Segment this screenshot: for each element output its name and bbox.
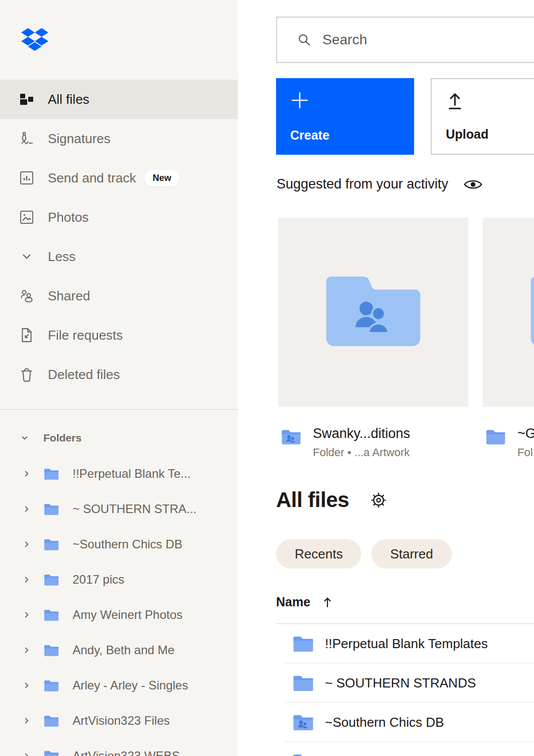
folders-header-label: Folders bbox=[43, 432, 82, 444]
sidebar-folder-row[interactable]: Amy Weinert Photos bbox=[0, 597, 238, 633]
suggested-title: Suggested from your activity bbox=[277, 176, 448, 192]
sidebar-item-all-files[interactable]: All files bbox=[0, 80, 238, 119]
create-button[interactable]: Create bbox=[276, 78, 414, 155]
folders-section-toggle[interactable]: Folders bbox=[0, 423, 238, 453]
sidebar-folder-tree: !!Perpetual Blank Te... ~ SOUTHERN STRA.… bbox=[0, 456, 238, 756]
sidebar-item-label: Less bbox=[48, 249, 76, 265]
search-input[interactable] bbox=[322, 32, 514, 48]
sidebar-folder-label: Amy Weinert Photos bbox=[73, 608, 182, 622]
sidebar-item-label: File requests bbox=[48, 328, 123, 343]
sidebar-folder-label: ~Southern Chics DB bbox=[73, 537, 182, 551]
shared-folder-icon bbox=[281, 428, 302, 446]
sidebar-item-photos[interactable]: Photos bbox=[0, 198, 238, 237]
suggested-cards: Swanky...ditions Folder • ...a Artwork bbox=[278, 218, 534, 459]
suggested-card-meta: Folder • ...a Artwork bbox=[313, 446, 410, 459]
plus-icon bbox=[290, 91, 309, 110]
folder-icon bbox=[43, 714, 59, 728]
sidebar-folder-label: Arley - Arley - Singles bbox=[73, 678, 188, 692]
new-badge: New bbox=[144, 170, 180, 186]
dropbox-logo[interactable] bbox=[21, 28, 48, 52]
chevron-right-icon[interactable] bbox=[22, 505, 31, 514]
chevron-right-icon[interactable] bbox=[22, 540, 31, 549]
chevron-down-icon bbox=[19, 249, 34, 264]
upload-button[interactable]: Upload bbox=[431, 78, 534, 155]
page-title: All files bbox=[276, 488, 349, 512]
sidebar-item-file-requests[interactable]: File requests bbox=[0, 316, 238, 355]
chevron-right-icon[interactable] bbox=[22, 681, 31, 690]
sidebar-divider bbox=[0, 409, 238, 410]
folder-icon bbox=[43, 467, 59, 481]
column-name-label: Name bbox=[276, 595, 310, 609]
chevron-right-icon[interactable] bbox=[22, 610, 31, 619]
sidebar-item-shared[interactable]: Shared bbox=[0, 276, 238, 316]
chevron-right-icon[interactable] bbox=[22, 469, 31, 478]
eye-icon[interactable] bbox=[463, 177, 483, 192]
dropbox-app: All files Signatures bbox=[0, 0, 534, 756]
shared-folder-large-icon bbox=[321, 267, 425, 351]
suggested-card-caption: ~G Fol bbox=[483, 426, 534, 459]
filter-recents[interactable]: Recents bbox=[276, 539, 361, 569]
folder-icon bbox=[43, 573, 59, 587]
folder-preview bbox=[483, 218, 534, 407]
chevron-right-icon[interactable] bbox=[22, 646, 31, 655]
sidebar-folder-row[interactable]: ~ SOUTHERN STRA... bbox=[0, 491, 238, 527]
shared-folder-preview bbox=[278, 218, 469, 407]
chevron-right-icon[interactable] bbox=[22, 716, 31, 725]
sidebar-folder-label: ArtVision323 Files bbox=[73, 714, 170, 728]
upload-icon bbox=[446, 92, 464, 111]
sidebar-folder-label: ~ SOUTHERN STRA... bbox=[73, 502, 196, 516]
sidebar-folder-row[interactable]: ArtVision323 WEBS bbox=[0, 738, 238, 756]
filter-starred[interactable]: Starred bbox=[371, 539, 451, 569]
sidebar-item-deleted-files[interactable]: Deleted files bbox=[0, 355, 238, 394]
sidebar-folder-label: ArtVision323 WEBS bbox=[73, 749, 180, 756]
chevron-right-icon[interactable] bbox=[22, 575, 31, 584]
file-list: !!Perpetual Blank Templates ~ SOUTHERN S… bbox=[276, 623, 534, 756]
suggested-card-meta: Fol bbox=[517, 446, 534, 459]
column-header-name[interactable]: Name bbox=[276, 595, 332, 609]
folder-icon bbox=[43, 644, 59, 657]
sidebar-folder-label: !!Perpetual Blank Te... bbox=[73, 467, 190, 481]
file-name: !!Perpetual Blank Templates bbox=[325, 636, 488, 652]
signature-icon bbox=[19, 131, 34, 146]
file-row[interactable]: ~Southern Chics DB bbox=[276, 703, 534, 742]
filter-pills: Recents Starred bbox=[276, 539, 452, 569]
suggested-card-caption: Swanky...ditions Folder • ...a Artwork bbox=[278, 426, 469, 459]
suggested-card[interactable]: Swanky...ditions Folder • ...a Artwork bbox=[278, 218, 469, 459]
shared-folder-icon bbox=[292, 713, 314, 732]
sidebar-item-label: Deleted files bbox=[48, 367, 120, 383]
file-request-icon bbox=[19, 328, 34, 343]
chart-icon bbox=[19, 170, 34, 185]
file-name: ~Southern Chics DB bbox=[325, 715, 444, 730]
folder-icon bbox=[485, 428, 506, 446]
file-row[interactable] bbox=[276, 742, 534, 756]
sidebar-item-signatures[interactable]: Signatures bbox=[0, 119, 238, 158]
folder-icon bbox=[43, 538, 59, 551]
main-content: Create Upload Suggested from your activi… bbox=[238, 0, 534, 756]
sidebar-folder-label: 2017 pics bbox=[73, 573, 124, 587]
folder-large-icon bbox=[526, 267, 534, 351]
file-row[interactable]: !!Perpetual Blank Templates bbox=[276, 624, 534, 663]
create-button-label: Create bbox=[290, 128, 329, 143]
suggested-card[interactable]: ~G Fol bbox=[483, 218, 534, 459]
file-row[interactable]: ~ SOUTHERN STRANDS bbox=[276, 663, 534, 703]
sidebar-item-less[interactable]: Less bbox=[0, 237, 238, 276]
search-box[interactable] bbox=[276, 17, 534, 63]
sidebar-folder-row[interactable]: Andy, Beth and Me bbox=[0, 633, 238, 668]
chevron-right-icon[interactable] bbox=[22, 751, 31, 756]
sidebar-folder-row[interactable]: Arley - Arley - Singles bbox=[0, 668, 238, 703]
sidebar-item-send-and-track[interactable]: Send and track New bbox=[0, 158, 238, 198]
sidebar-folder-row[interactable]: ~Southern Chics DB bbox=[0, 527, 238, 562]
gear-icon[interactable] bbox=[370, 492, 387, 509]
files-icon bbox=[19, 92, 34, 107]
dropbox-logo-icon bbox=[21, 28, 48, 52]
people-icon bbox=[19, 288, 34, 303]
photos-icon bbox=[19, 210, 34, 225]
sidebar-folder-row[interactable]: ArtVision323 Files bbox=[0, 703, 238, 738]
sidebar-item-label: Photos bbox=[48, 210, 89, 225]
suggested-card-title: ~G bbox=[517, 426, 534, 442]
chevron-down-icon bbox=[20, 433, 29, 443]
folder-icon bbox=[292, 635, 314, 653]
folder-icon bbox=[43, 608, 59, 622]
sidebar-folder-row[interactable]: !!Perpetual Blank Te... bbox=[0, 456, 238, 491]
sidebar-folder-row[interactable]: 2017 pics bbox=[0, 562, 238, 597]
